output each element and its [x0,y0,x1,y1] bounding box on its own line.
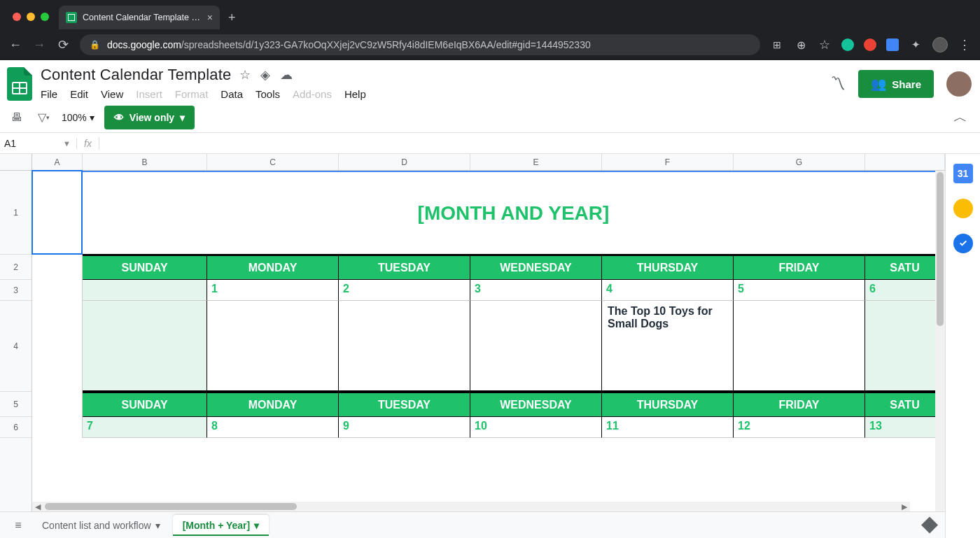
zoom-selector[interactable]: 100% ▾ [62,112,94,123]
back-button[interactable]: ← [8,38,22,52]
row-header-2[interactable]: 2 [0,255,31,280]
menu-addons[interactable]: Add-ons [293,88,332,100]
row-header-6[interactable]: 6 [0,417,31,438]
share-button[interactable]: 👥 Share [858,70,934,98]
menu-file[interactable]: File [41,88,57,100]
scroll-left-icon[interactable]: ◀ [32,502,43,511]
name-box[interactable]: A1▼ [0,138,77,149]
browser-profile-avatar[interactable] [932,37,948,52]
day-header[interactable]: SATU [865,392,945,417]
row-header-5[interactable]: 5 [0,392,31,417]
date-cell[interactable]: 9 [339,417,470,438]
select-all-corner[interactable] [0,154,32,170]
print-icon[interactable]: 🖶 [8,109,25,126]
document-title[interactable]: Content Calendar Template [41,66,231,84]
date-cell[interactable]: 12 [734,417,865,438]
col-header-d[interactable]: D [339,154,470,170]
date-cell[interactable]: 11 [602,417,734,438]
col-header-b[interactable]: B [83,154,207,170]
tasks-addon-icon[interactable] [953,234,973,253]
scrollbar-thumb[interactable] [45,503,297,510]
browser-tab[interactable]: Content Calendar Template - G × [59,6,220,29]
sheet-tab-content-list[interactable]: Content list and workflow ▾ [32,515,170,536]
day-header[interactable]: FRIDAY [734,255,865,280]
content-cell[interactable] [470,301,602,392]
content-cell[interactable] [734,301,865,392]
bookmark-icon[interactable]: ☆ [818,38,832,52]
keep-addon-icon[interactable] [953,199,973,218]
day-header[interactable]: THURSDAY [602,392,734,417]
date-cell[interactable]: 7 [83,417,207,438]
all-sheets-icon[interactable]: ≡ [7,516,29,535]
horizontal-scrollbar[interactable]: ◀ ▶ [32,502,910,511]
col-header-c[interactable]: C [207,154,339,170]
col-a-blank[interactable] [32,171,83,438]
extension-red-icon[interactable] [864,38,876,51]
day-header[interactable]: SATU [865,255,945,280]
menu-format[interactable]: Format [175,88,209,100]
col-header-g[interactable]: G [734,154,865,170]
content-cell[interactable] [339,301,470,392]
address-bar[interactable]: 🔒 docs.google.com/spreadsheets/d/1y323-G… [80,34,760,55]
day-header[interactable]: WEDNESDAY [470,392,602,417]
date-cell[interactable]: 5 [734,280,865,301]
view-only-badge[interactable]: 👁 View only ▾ [104,106,195,129]
menu-view[interactable]: View [101,88,123,100]
explore-icon[interactable] [921,517,938,534]
menu-insert[interactable]: Insert [136,88,162,100]
col-header-e[interactable]: E [470,154,602,170]
menu-help[interactable]: Help [344,88,366,100]
minimize-window-button[interactable] [27,13,35,21]
forward-button[interactable]: → [32,38,46,52]
day-header[interactable]: FRIDAY [734,392,865,417]
reload-button[interactable]: ⟳ [56,38,70,52]
translate-icon[interactable]: ⊞ [770,38,784,52]
spreadsheet-grid[interactable]: A B C D E F G 1 2 3 4 5 6 [0,154,945,538]
collapse-toolbar-icon[interactable]: ︿ [953,108,972,127]
date-cell[interactable]: 13 [865,417,945,438]
day-header[interactable]: MONDAY [207,392,339,417]
calendar-addon-icon[interactable]: 31 [953,164,973,183]
day-header[interactable]: SUNDAY [83,392,207,417]
activity-icon[interactable]: 〽 [830,75,846,93]
date-cell[interactable]: 10 [470,417,602,438]
extensions-puzzle-icon[interactable]: ✦ [909,38,923,52]
close-window-button[interactable] [13,13,21,21]
col-header-h[interactable] [865,154,945,170]
col-header-a[interactable]: A [32,154,83,170]
day-header[interactable]: TUESDAY [339,392,470,417]
sheet-tab-month-year[interactable]: [Month + Year] ▾ [173,515,270,536]
day-header[interactable]: TUESDAY [339,255,470,280]
day-header[interactable]: MONDAY [207,255,339,280]
menu-data[interactable]: Data [220,88,243,100]
zoom-icon[interactable]: ⊕ [794,38,808,52]
star-icon[interactable]: ☆ [239,67,251,83]
content-cell[interactable] [83,301,207,392]
sheets-logo-icon[interactable] [6,66,34,102]
date-cell[interactable]: 3 [470,280,602,301]
new-tab-button[interactable]: + [220,10,244,29]
row-header-4[interactable]: 4 [0,301,31,392]
date-cell[interactable] [83,280,207,301]
date-cell[interactable]: 4 [602,280,734,301]
menu-edit[interactable]: Edit [70,88,88,100]
date-cell[interactable]: 2 [339,280,470,301]
scroll-right-icon[interactable]: ▶ [899,502,910,511]
extension-sheets-icon[interactable] [886,38,899,51]
day-header[interactable]: THURSDAY [602,255,734,280]
account-avatar[interactable] [946,71,972,97]
date-cell[interactable]: 6 [865,280,945,301]
day-header[interactable]: SUNDAY [83,255,207,280]
day-header[interactable]: WEDNESDAY [470,255,602,280]
date-cell[interactable]: 8 [207,417,339,438]
col-header-f[interactable]: F [602,154,734,170]
content-cell[interactable]: The Top 10 Toys for Small Dogs [602,301,734,392]
maximize-window-button[interactable] [41,13,49,21]
calendar-title-cell[interactable]: [MONTH AND YEAR] [83,171,945,255]
browser-menu-icon[interactable]: ⋮ [958,38,972,52]
extension-grammarly-icon[interactable] [841,38,854,51]
content-cell[interactable] [865,301,945,392]
filter-icon[interactable]: ▽▾ [35,109,52,126]
vertical-scrollbar[interactable] [935,171,945,538]
cell-area[interactable]: [MONTH AND YEAR] SUNDAY MONDAY TUESDAY W… [32,171,945,538]
